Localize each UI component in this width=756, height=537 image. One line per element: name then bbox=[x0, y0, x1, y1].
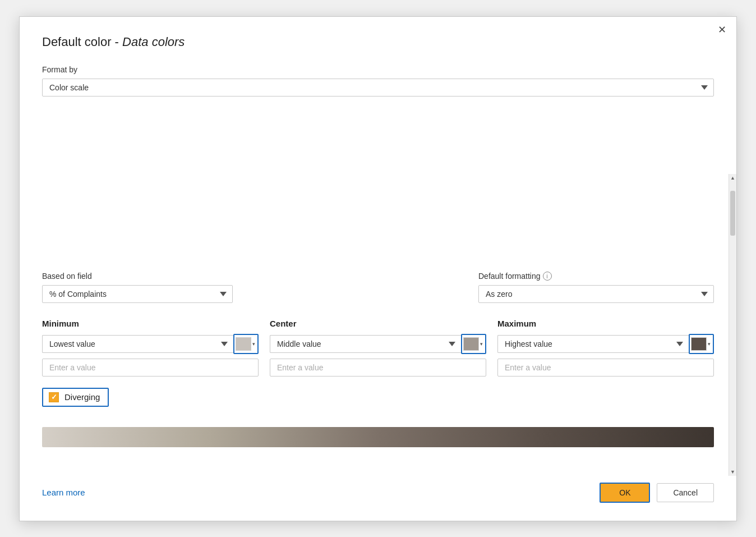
diverging-label: Diverging bbox=[64, 392, 100, 402]
minimum-color-arrow: ▾ bbox=[252, 341, 256, 347]
ok-label: OK bbox=[619, 488, 630, 497]
based-on-field-label: Based on field bbox=[42, 272, 233, 281]
center-color-arrow: ▾ bbox=[480, 341, 484, 347]
center-dropdown-row: Middle value Number Percent Percentile ▾ bbox=[270, 334, 486, 354]
maximum-title: Maximum bbox=[497, 319, 714, 328]
default-formatting-label: Default formatting bbox=[478, 272, 541, 281]
cancel-label: Cancel bbox=[673, 488, 698, 497]
based-on-field-group: Based on field % of Complaints Sales Rev… bbox=[42, 272, 233, 303]
dialog-title: Default color - Data colors bbox=[42, 35, 714, 49]
dialog: ✕ Default color - Data colors Format by … bbox=[19, 16, 737, 521]
center-color-swatch bbox=[463, 337, 479, 351]
maximum-color-swatch bbox=[691, 337, 707, 351]
diverging-row[interactable]: ✓ Diverging bbox=[42, 388, 109, 407]
minimum-value-input[interactable] bbox=[42, 359, 259, 377]
gradient-bar bbox=[42, 427, 714, 447]
learn-more-link[interactable]: Learn more bbox=[42, 488, 85, 497]
maximum-value-input[interactable] bbox=[497, 359, 714, 377]
maximum-color-arrow: ▾ bbox=[708, 341, 712, 347]
based-on-field-row: Based on field % of Complaints Sales Rev… bbox=[42, 272, 714, 303]
maximum-select[interactable]: Highest value Number Percent Percentile bbox=[497, 335, 689, 353]
scrollbar-thumb[interactable] bbox=[730, 191, 735, 236]
scrollbar-down-arrow[interactable]: ▼ bbox=[729, 468, 736, 476]
format-by-select[interactable]: Color scale Rules Field value bbox=[42, 79, 714, 97]
minimum-color-picker[interactable]: ▾ bbox=[233, 334, 259, 354]
maximum-dropdown-row: Highest value Number Percent Percentile … bbox=[497, 334, 714, 354]
scrollbar[interactable]: ▲ ▼ bbox=[729, 174, 736, 476]
default-formatting-select[interactable]: As zero As blank As null bbox=[478, 285, 714, 303]
cancel-button[interactable]: Cancel bbox=[657, 483, 714, 502]
minimum-color-swatch bbox=[236, 337, 251, 351]
center-section: Center Middle value Number Percent Perce… bbox=[270, 319, 486, 377]
based-on-field-select[interactable]: % of Complaints Sales Revenue bbox=[42, 285, 233, 303]
footer-buttons: OK Cancel bbox=[600, 483, 714, 503]
diverging-container: ✓ Diverging bbox=[42, 388, 714, 417]
default-formatting-group: Default formatting i As zero As blank As… bbox=[478, 272, 714, 303]
format-by-label: Format by bbox=[42, 65, 714, 74]
scrollbar-up-arrow[interactable]: ▲ bbox=[729, 174, 736, 182]
center-select[interactable]: Middle value Number Percent Percentile bbox=[270, 335, 461, 353]
format-by-group: Format by Color scale Rules Field value bbox=[42, 65, 714, 256]
maximum-section: Maximum Highest value Number Percent Per… bbox=[497, 319, 714, 377]
minimum-select[interactable]: Lowest value Number Percent Percentile bbox=[42, 335, 233, 353]
minimum-section: Minimum Lowest value Number Percent Perc… bbox=[42, 319, 259, 377]
min-center-max-row: Minimum Lowest value Number Percent Perc… bbox=[42, 319, 714, 377]
center-title: Center bbox=[270, 319, 486, 328]
checkmark-icon: ✓ bbox=[51, 393, 57, 401]
minimum-dropdown-row: Lowest value Number Percent Percentile ▾ bbox=[42, 334, 259, 354]
close-icon: ✕ bbox=[718, 24, 726, 35]
footer: Learn more OK Cancel bbox=[42, 483, 714, 503]
center-value-input[interactable] bbox=[270, 359, 486, 377]
ok-button[interactable]: OK bbox=[600, 483, 650, 503]
close-button[interactable]: ✕ bbox=[718, 25, 726, 35]
minimum-title: Minimum bbox=[42, 319, 259, 328]
center-color-picker[interactable]: ▾ bbox=[461, 334, 486, 354]
maximum-color-picker[interactable]: ▾ bbox=[689, 334, 714, 354]
diverging-checkbox[interactable]: ✓ bbox=[49, 392, 59, 402]
info-icon[interactable]: i bbox=[543, 272, 552, 281]
